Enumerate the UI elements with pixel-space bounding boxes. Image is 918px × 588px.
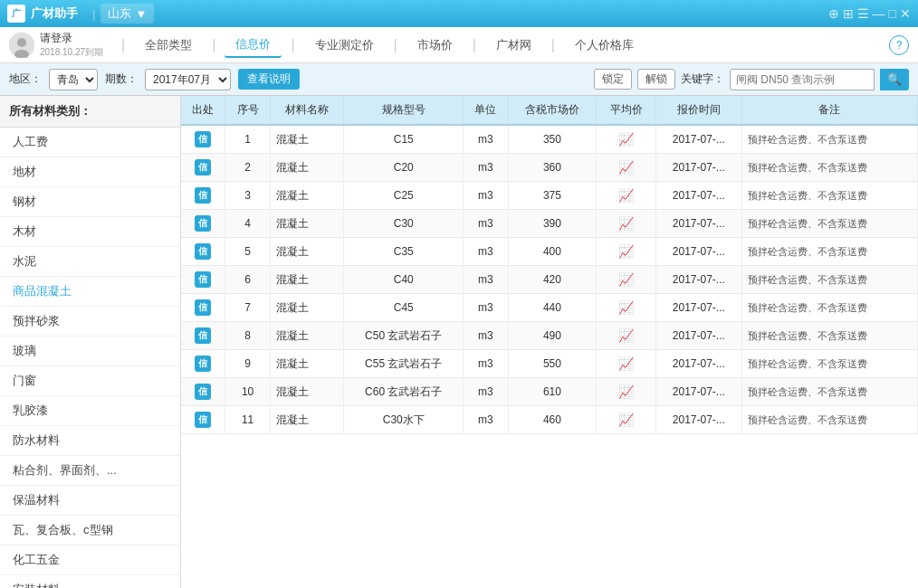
keyword-input[interactable] xyxy=(730,69,875,90)
explain-button[interactable]: 查看说明 xyxy=(238,69,300,90)
region-select[interactable]: 青岛 xyxy=(49,69,98,90)
trend-chart-icon[interactable]: 📈 xyxy=(618,132,634,147)
sidebar-item-steel[interactable]: 钢材 xyxy=(0,187,180,217)
sidebar-item-waterproof[interactable]: 防水材料 xyxy=(0,426,180,456)
trend-chart-icon[interactable]: 📈 xyxy=(618,188,634,203)
sidebar-item-tile[interactable]: 瓦、复合板、c型钢 xyxy=(0,516,180,545)
table-row[interactable]: 信 3 混凝土 C25 m3 375 📈 2017-07-... 预拌砼含运费、… xyxy=(181,182,918,210)
col-avg: 平均价 xyxy=(597,96,656,125)
cell-spec: C45 xyxy=(344,294,464,322)
user-area: 请登录 2018.10.27到期 xyxy=(9,31,103,59)
cell-trend[interactable]: 📈 xyxy=(597,210,656,238)
cell-trend[interactable]: 📈 xyxy=(597,154,656,182)
app-logo: 广 xyxy=(7,5,25,23)
table-row[interactable]: 信 10 混凝土 C60 玄武岩石子 m3 610 📈 2017-07-... … xyxy=(181,378,918,406)
trend-chart-icon[interactable]: 📈 xyxy=(618,160,634,175)
minimize-button[interactable]: — xyxy=(873,6,885,21)
unlock-button[interactable]: 解锁 xyxy=(637,69,675,90)
cell-trend[interactable]: 📈 xyxy=(597,238,656,266)
cell-note: 预拌砼含运费、不含泵送费 xyxy=(741,378,917,406)
nav-item-guangcai[interactable]: 广材网 xyxy=(485,33,542,57)
table-row[interactable]: 信 2 混凝土 C20 m3 360 📈 2017-07-... 预拌砼含运费、… xyxy=(181,154,918,182)
cell-trend[interactable]: 📈 xyxy=(597,406,656,434)
table-row[interactable]: 信 1 混凝土 C15 m3 350 📈 2017-07-... 预拌砼含运费、… xyxy=(181,125,918,154)
cell-spec: C25 xyxy=(344,182,464,210)
col-note: 备注 xyxy=(741,96,917,125)
sidebar-item-concrete[interactable]: 商品混凝土 xyxy=(0,277,180,307)
nav-item-market[interactable]: 市场价 xyxy=(406,33,464,57)
sidebar-item-labor[interactable]: 人工费 xyxy=(0,128,180,157)
trend-chart-icon[interactable]: 📈 xyxy=(618,272,634,287)
help-button[interactable]: ? xyxy=(889,35,909,55)
cell-spec: C50 玄武岩石子 xyxy=(344,322,464,350)
main-area: 所有材料类别： 人工费 地材 钢材 木材 水泥 商品混凝土 预拌砂浆 玻璃 门窗… xyxy=(0,96,918,588)
cell-trend[interactable]: 📈 xyxy=(597,294,656,322)
table-area: 出处 序号 材料名称 规格型号 单位 含税市场价 平均价 报价时间 备注 信 1… xyxy=(181,96,918,588)
sidebar-item-wood[interactable]: 木材 xyxy=(0,217,180,247)
cell-date: 2017-07-... xyxy=(655,154,741,182)
sidebar-item-adhesive[interactable]: 粘合剂、界面剂、... xyxy=(0,456,180,486)
table-row[interactable]: 信 6 混凝土 C40 m3 420 📈 2017-07-... 预拌砼含运费、… xyxy=(181,266,918,294)
sidebar-item-install[interactable]: 安装材料 xyxy=(0,575,180,588)
info-badge: 信 xyxy=(195,327,211,344)
lock-button[interactable]: 锁定 xyxy=(594,69,632,90)
table-row[interactable]: 信 5 混凝土 C35 m3 400 📈 2017-07-... 预拌砼含运费、… xyxy=(181,238,918,266)
cell-trend[interactable]: 📈 xyxy=(597,125,656,154)
trend-chart-icon[interactable]: 📈 xyxy=(618,384,634,399)
cell-date: 2017-07-... xyxy=(655,406,741,434)
cell-spec: C20 xyxy=(344,154,464,182)
cell-price: 420 xyxy=(508,266,597,294)
maximize-button[interactable]: □ xyxy=(889,6,896,21)
nav-item-price[interactable]: 信息价 xyxy=(225,33,282,58)
nav-item-measure[interactable]: 专业测定价 xyxy=(304,33,385,57)
cell-unit: m3 xyxy=(464,182,509,210)
cell-trend[interactable]: 📈 xyxy=(597,322,656,350)
cell-name: 混凝土 xyxy=(270,182,344,210)
menu-icon[interactable]: ☰ xyxy=(857,6,869,21)
cell-unit: m3 xyxy=(464,322,509,350)
cell-unit: m3 xyxy=(464,266,509,294)
cell-date: 2017-07-... xyxy=(655,266,741,294)
trend-chart-icon[interactable]: 📈 xyxy=(618,328,634,343)
cell-name: 混凝土 xyxy=(270,378,344,406)
sidebar-item-chemical[interactable]: 化工五金 xyxy=(0,545,180,575)
info-badge: 信 xyxy=(195,412,211,428)
period-select[interactable]: 2017年07月 xyxy=(145,69,231,90)
sidebar-item-mortar[interactable]: 预拌砂浆 xyxy=(0,307,180,337)
trend-chart-icon[interactable]: 📈 xyxy=(618,356,634,371)
trend-chart-icon[interactable]: 📈 xyxy=(618,244,634,259)
cell-source: 信 xyxy=(181,266,225,294)
cell-trend[interactable]: 📈 xyxy=(597,350,656,378)
trend-chart-icon[interactable]: 📈 xyxy=(618,216,634,231)
sidebar-item-door[interactable]: 门窗 xyxy=(0,366,180,396)
cell-note: 预拌砼含运费、不含泵送费 xyxy=(741,125,917,154)
cell-date: 2017-07-... xyxy=(655,294,741,322)
trend-chart-icon[interactable]: 📈 xyxy=(618,300,634,315)
sidebar-item-insulation[interactable]: 保温材料 xyxy=(0,486,180,516)
avatar[interactable] xyxy=(9,33,34,58)
cell-note: 预拌砼含运费、不含泵送费 xyxy=(741,322,917,350)
table-row[interactable]: 信 7 混凝土 C45 m3 440 📈 2017-07-... 预拌砼含运费、… xyxy=(181,294,918,322)
cell-trend[interactable]: 📈 xyxy=(597,182,656,210)
cell-trend[interactable]: 📈 xyxy=(597,378,656,406)
table-row[interactable]: 信 8 混凝土 C50 玄武岩石子 m3 490 📈 2017-07-... 预… xyxy=(181,322,918,350)
sidebar-item-cement[interactable]: 水泥 xyxy=(0,247,180,277)
cell-no: 8 xyxy=(225,322,271,350)
cell-note: 预拌砼含运费、不含泵送费 xyxy=(741,154,917,182)
nav-item-personal[interactable]: 个人价格库 xyxy=(564,33,645,57)
grid-icon[interactable]: ⊞ xyxy=(843,6,854,21)
target-icon[interactable]: ⊕ xyxy=(828,6,839,21)
table-row[interactable]: 信 11 混凝土 C30水下 m3 460 📈 2017-07-... 预拌砼含… xyxy=(181,406,918,434)
sidebar-item-glass[interactable]: 玻璃 xyxy=(0,337,180,366)
sidebar-item-earth[interactable]: 地材 xyxy=(0,157,180,187)
table-row[interactable]: 信 9 混凝土 C55 玄武岩石子 m3 550 📈 2017-07-... 预… xyxy=(181,350,918,378)
close-button[interactable]: ✕ xyxy=(900,6,911,21)
sidebar-item-paint[interactable]: 乳胶漆 xyxy=(0,396,180,426)
region-selector[interactable]: 山东 ▼ xyxy=(100,4,154,24)
table-row[interactable]: 信 4 混凝土 C30 m3 390 📈 2017-07-... 预拌砼含运费、… xyxy=(181,210,918,238)
nav-item-all[interactable]: 全部类型 xyxy=(134,33,203,57)
cell-unit: m3 xyxy=(464,154,509,182)
trend-chart-icon[interactable]: 📈 xyxy=(618,413,634,427)
search-button[interactable]: 🔍 xyxy=(880,69,909,90)
cell-trend[interactable]: 📈 xyxy=(597,266,656,294)
